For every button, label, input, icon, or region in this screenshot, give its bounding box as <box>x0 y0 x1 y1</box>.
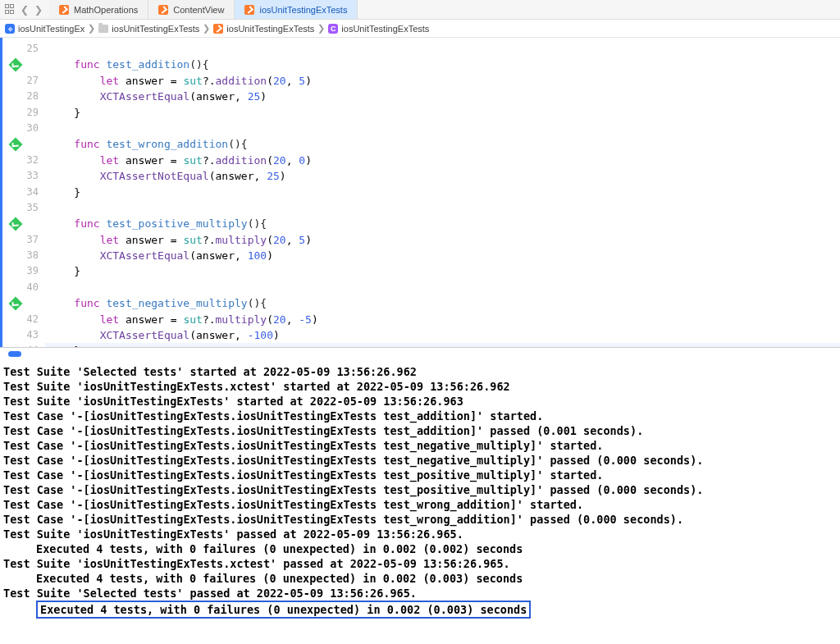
console-line: Test Case '-[iosUnitTestingExTests.iosUn… <box>3 423 837 438</box>
debug-toggle-icon[interactable] <box>8 351 21 357</box>
test-success-icon[interactable] <box>9 58 23 72</box>
breadcrumb: ⟐ iosUnitTestingEx ❯ iosUnitTestingExTes… <box>0 20 840 38</box>
console-line: Test Suite 'iosUnitTestingExTests.xctest… <box>3 379 837 394</box>
code-line[interactable] <box>45 121 840 136</box>
line-number: 35 <box>2 200 45 216</box>
chevron-right-icon: ❯ <box>203 23 210 34</box>
code-line[interactable]: func test_positive_multiply(){ <box>45 216 840 231</box>
code-line[interactable]: XCTAssertEqual(answer, 100) <box>45 248 840 263</box>
code-line[interactable]: let answer = sut?.addition(20, 0) <box>45 153 840 168</box>
line-number: 33 <box>2 168 45 184</box>
code-line[interactable]: let answer = sut?.multiply(20, -5) <box>45 312 840 327</box>
code-line[interactable] <box>45 41 840 57</box>
code-line[interactable]: let answer = sut?.addition(20, 5) <box>45 73 840 89</box>
line-number: 28 <box>2 89 45 104</box>
breadcrumb-symbol[interactable]: iosUnitTestingExTests <box>341 24 429 34</box>
console-line: Test Suite 'iosUnitTestingExTests' passe… <box>3 527 837 541</box>
line-number: 27 <box>2 73 45 89</box>
chevron-right-icon: ❯ <box>317 23 325 34</box>
line-number <box>2 216 45 231</box>
project-icon: ⟐ <box>5 24 15 34</box>
console-output[interactable]: Test Suite 'Selected tests' started at 2… <box>0 359 840 644</box>
breadcrumb-file[interactable]: iosUnitTestingExTests <box>226 24 314 34</box>
line-number: 42 <box>2 312 45 327</box>
code-line[interactable]: } <box>45 263 840 279</box>
folder-icon <box>98 25 108 33</box>
console-line: Executed 4 tests, with 0 failures (0 une… <box>3 571 837 586</box>
console-line: Test Suite 'iosUnitTestingExTests' start… <box>3 394 837 409</box>
line-number: 40 <box>2 280 45 295</box>
line-number: 30 <box>2 121 45 136</box>
code-editor[interactable]: 25272829303233343537383940424344 func te… <box>0 38 840 348</box>
console-line: Executed 4 tests, with 0 failures (0 une… <box>3 541 837 556</box>
line-number <box>2 295 45 311</box>
code-line[interactable] <box>45 280 840 295</box>
class-icon: C <box>328 24 338 34</box>
chevron-right-icon: ❯ <box>88 23 95 34</box>
code-line[interactable]: XCTAssertEqual(answer, -100) <box>45 327 840 343</box>
line-number: 38 <box>2 248 45 263</box>
related-items-icon[interactable] <box>5 4 16 16</box>
nav-back-icon[interactable]: ❮ <box>19 4 30 16</box>
tab-label: iosUnitTestingExTests <box>259 5 347 15</box>
tab-iosunittestingextests[interactable]: iosUnitTestingExTests <box>235 0 358 19</box>
code-line[interactable]: XCTAssertNotEqual(answer, 25) <box>45 168 840 184</box>
test-success-icon[interactable] <box>9 297 23 311</box>
debug-toggle-row <box>0 348 840 359</box>
console-line: Test Suite 'iosUnitTestingExTests.xctest… <box>3 556 837 571</box>
tab-label: ContentView <box>173 5 224 15</box>
code-line[interactable]: } <box>45 185 840 200</box>
line-number <box>2 136 45 152</box>
nav-controls: ❮ ❯ <box>0 4 49 16</box>
code-line[interactable]: func test_negative_multiply(){ <box>45 295 840 311</box>
tab-bar: ❮ ❯ MathOperations ContentView iosUnitTe… <box>0 0 840 20</box>
tab-label: MathOperations <box>74 5 138 15</box>
console-line: Executed 4 tests, with 0 failures (0 une… <box>3 601 837 619</box>
code-line[interactable] <box>45 200 840 216</box>
console-line: Test Suite 'Selected tests' passed at 20… <box>3 586 837 601</box>
breadcrumb-project[interactable]: iosUnitTestingEx <box>18 24 84 34</box>
nav-forward-icon[interactable]: ❯ <box>33 4 44 16</box>
test-success-icon[interactable] <box>9 138 23 152</box>
line-number: 32 <box>2 153 45 168</box>
console-line: Test Case '-[iosUnitTestingExTests.iosUn… <box>3 482 837 497</box>
line-number <box>2 57 45 72</box>
code-line[interactable]: let answer = sut?.multiply(20, 5) <box>45 232 840 248</box>
swift-icon <box>59 5 69 15</box>
code-line[interactable]: func test_addition(){ <box>45 57 840 72</box>
code-line[interactable]: XCTAssertEqual(answer, 25) <box>45 89 840 104</box>
console-line: Test Suite 'Selected tests' started at 2… <box>3 364 837 379</box>
tab-contentview[interactable]: ContentView <box>148 0 235 19</box>
console-line: Test Case '-[iosUnitTestingExTests.iosUn… <box>3 468 837 482</box>
swift-icon <box>244 5 254 15</box>
test-success-icon[interactable] <box>9 217 23 231</box>
code-line[interactable]: } <box>45 105 840 121</box>
code-area[interactable]: func test_addition(){ let answer = sut?.… <box>45 38 840 347</box>
line-number: 39 <box>2 263 45 279</box>
console-line: Test Case '-[iosUnitTestingExTests.iosUn… <box>3 453 837 468</box>
line-gutter[interactable]: 25272829303233343537383940424344 <box>2 38 45 347</box>
console-line: Test Case '-[iosUnitTestingExTests.iosUn… <box>3 409 837 423</box>
tab-mathoperations[interactable]: MathOperations <box>49 0 148 19</box>
swift-icon <box>158 5 168 15</box>
swift-icon <box>213 24 223 34</box>
line-number: 29 <box>2 105 45 121</box>
console-line: Test Case '-[iosUnitTestingExTests.iosUn… <box>3 512 837 527</box>
code-line[interactable]: func test_wrong_addition(){ <box>45 136 840 152</box>
console-line: Test Case '-[iosUnitTestingExTests.iosUn… <box>3 497 837 512</box>
console-line: Test Case '-[iosUnitTestingExTests.iosUn… <box>3 438 837 453</box>
line-number: 34 <box>2 185 45 200</box>
line-number: 25 <box>2 41 45 57</box>
line-number: 37 <box>2 232 45 248</box>
line-number: 43 <box>2 327 45 343</box>
breadcrumb-folder[interactable]: iosUnitTestingExTests <box>112 24 199 34</box>
